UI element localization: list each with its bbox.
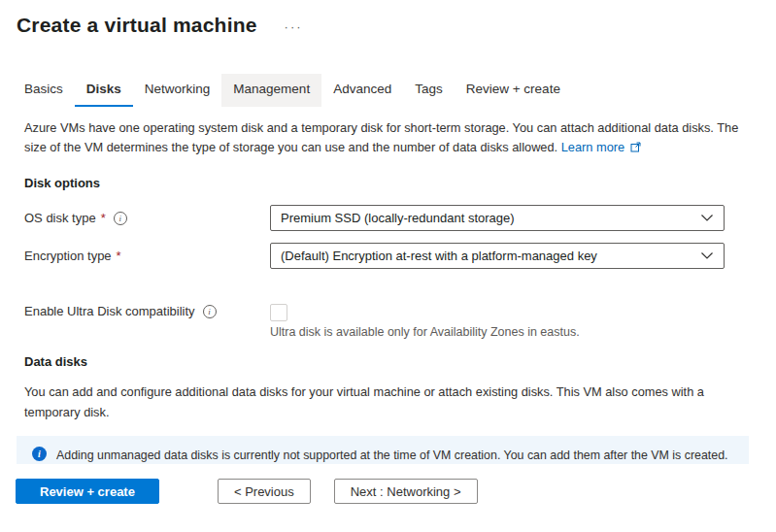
required-asterisk: * <box>117 249 121 263</box>
tab-disks[interactable]: Disks <box>75 74 133 107</box>
more-options-button[interactable]: ··· <box>285 19 303 34</box>
os-disk-type-label: OS disk type* i <box>24 211 270 225</box>
encryption-type-row: Encryption type* (Default) Encryption at… <box>24 243 749 269</box>
chevron-down-icon <box>700 211 714 225</box>
tab-networking[interactable]: Networking <box>133 74 222 107</box>
os-disk-type-row: OS disk type* i Premium SSD (locally-red… <box>24 205 749 231</box>
tab-bar: Basics Disks Networking Management Advan… <box>13 74 749 107</box>
data-disks-text: You can add and configure additional dat… <box>24 382 755 422</box>
next-networking-button[interactable]: Next : Networking > <box>334 479 478 504</box>
data-disks-heading: Data disks <box>24 354 749 369</box>
banner-info-icon: i <box>32 447 47 461</box>
encryption-type-value: (Default) Encryption at-rest with a plat… <box>281 249 597 263</box>
ultra-disk-control: Ultra disk is available only for Availab… <box>270 304 580 339</box>
disk-options-heading: Disk options <box>24 176 749 190</box>
page-header: Create a virtual machine ··· <box>17 14 749 37</box>
ultra-disk-checkbox[interactable] <box>270 304 287 321</box>
tab-management[interactable]: Management <box>221 74 321 107</box>
review-create-button[interactable]: Review + create <box>16 479 159 504</box>
learn-more-link[interactable]: Learn more <box>561 140 624 154</box>
ultra-disk-helper-text: Ultra disk is available only for Availab… <box>270 325 580 339</box>
tab-review-create[interactable]: Review + create <box>455 74 572 107</box>
info-icon[interactable]: i <box>114 212 127 225</box>
previous-button[interactable]: < Previous <box>218 479 311 504</box>
external-link-icon <box>630 139 641 158</box>
footer-bar: Review + create < Previous Next : Networ… <box>0 464 776 532</box>
encryption-type-label: Encryption type* <box>24 249 270 263</box>
tab-advanced[interactable]: Advanced <box>321 74 403 107</box>
create-vm-page: Create a virtual machine ··· Basics Disk… <box>0 0 776 479</box>
info-icon[interactable]: i <box>203 305 217 318</box>
os-disk-type-select[interactable]: Premium SSD (locally-redundant storage) <box>270 205 725 231</box>
ultra-disk-row: Enable Ultra Disk compatibility i Ultra … <box>24 304 749 339</box>
tab-tags[interactable]: Tags <box>403 74 455 107</box>
ultra-disk-label: Enable Ultra Disk compatibility i <box>24 304 270 318</box>
os-disk-type-value: Premium SSD (locally-redundant storage) <box>281 211 515 225</box>
encryption-type-select[interactable]: (Default) Encryption at-rest with a plat… <box>270 243 725 269</box>
chevron-down-icon <box>700 249 714 263</box>
tab-basics[interactable]: Basics <box>13 74 75 107</box>
required-asterisk: * <box>101 211 106 225</box>
intro-paragraph: Azure VMs have one operating system disk… <box>24 118 748 158</box>
page-title: Create a virtual machine <box>17 14 257 37</box>
